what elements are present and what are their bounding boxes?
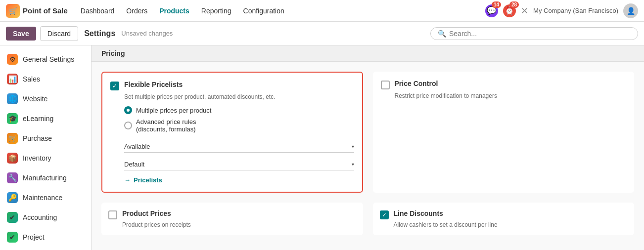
multiple-prices-radio[interactable]	[124, 106, 132, 114]
price-control-desc: Restrict price modification to managers	[395, 92, 627, 99]
main-layout: ⚙ General Settings 📊 Sales 🌐 Website 🎓 e…	[0, 45, 644, 250]
nav-dashboard[interactable]: Dashboard	[76, 4, 120, 18]
price-control-card: Price Control Restrict price modificatio…	[373, 72, 635, 193]
content-inner: Pricing ✓ Flexible Pricelists Set multip…	[92, 45, 644, 250]
top-navigation: 🛒 Point of Sale Dashboard Orders Product…	[0, 0, 644, 22]
default-dropdown[interactable]: Default ▾	[124, 159, 354, 170]
sidebar-label-elearning: eLearning	[23, 115, 53, 123]
general-settings-icon: ⚙	[7, 54, 18, 65]
available-dropdown[interactable]: Available ▾	[124, 141, 354, 153]
price-control-checkbox[interactable]	[381, 81, 390, 89]
pricing-grid: ✓ Flexible Pricelists Set multiple price…	[92, 62, 644, 198]
app-logo[interactable]: 🛒 Point of Sale	[6, 4, 68, 18]
line-discounts-title: Line Discounts	[394, 209, 443, 217]
close-icon[interactable]: ✕	[521, 5, 528, 16]
sidebar-item-inventory[interactable]: 📦 Inventory	[0, 148, 91, 168]
line-discounts-header: ✓ Line Discounts	[380, 209, 628, 219]
flexible-pricelists-title: Flexible Pricelists	[124, 81, 183, 88]
manufacturing-icon: 🔧	[7, 172, 18, 183]
price-control-header: Price Control	[381, 80, 627, 89]
flexible-pricelists-desc: Set multiple prices per product, automat…	[124, 93, 354, 100]
sidebar-item-maintenance[interactable]: 🔑 Maintenance	[0, 188, 91, 208]
pricing-options-group: Multiple prices per product Advanced pri…	[124, 106, 354, 133]
action-bar: Save Discard Settings Unsaved changes 🔍	[0, 22, 644, 45]
advanced-price-option[interactable]: Advanced price rules(discounts, formulas…	[124, 118, 354, 133]
nav-configuration[interactable]: Configuration	[238, 4, 289, 18]
available-dropdown-field: Available ▾	[124, 141, 354, 153]
sidebar-item-manufacturing[interactable]: 🔧 Manufacturing	[0, 168, 91, 188]
product-prices-card: Product Prices Product prices on receipt…	[101, 203, 363, 235]
nav-products[interactable]: Products	[154, 4, 194, 18]
sidebar-label-website: Website	[23, 95, 47, 103]
pricelists-link-label: Pricelists	[134, 176, 162, 184]
product-prices-desc: Product prices on receipts	[122, 221, 356, 228]
pricelists-arrow: →	[124, 176, 131, 184]
default-label: Default	[124, 161, 144, 168]
logo-icon: 🛒	[6, 4, 20, 18]
default-dropdown-field: Default ▾	[124, 159, 354, 170]
search-bar[interactable]: 🔍	[430, 27, 638, 40]
sidebar-label-maintenance: Maintenance	[23, 194, 62, 202]
settings-label: Settings	[84, 29, 115, 38]
discard-button[interactable]: Discard	[40, 26, 78, 41]
product-prices-checkbox[interactable]	[108, 210, 117, 219]
pricing-section-header: Pricing	[92, 45, 644, 62]
advanced-price-radio[interactable]	[124, 122, 132, 129]
maintenance-icon: 🔑	[7, 192, 18, 203]
line-discounts-checkbox[interactable]: ✓	[380, 210, 389, 219]
activity-badge: 28	[509, 1, 519, 8]
purchase-icon: 🛒	[7, 133, 18, 144]
inventory-icon: 📦	[7, 153, 18, 164]
available-label: Available	[124, 143, 150, 150]
sidebar-label-sales: Sales	[23, 75, 40, 83]
website-icon: 🌐	[7, 93, 18, 104]
content-area: Pricing ✓ Flexible Pricelists Set multip…	[92, 45, 644, 250]
sidebar-item-sales[interactable]: 📊 Sales	[0, 69, 91, 89]
nav-orders[interactable]: Orders	[121, 4, 152, 18]
available-dropdown-arrow: ▾	[352, 144, 354, 149]
sidebar-item-elearning[interactable]: 🎓 eLearning	[0, 109, 91, 128]
sidebar-label-general-settings: General Settings	[23, 55, 74, 63]
accounting-icon: ✔	[7, 212, 18, 223]
search-icon: 🔍	[438, 30, 446, 38]
bottom-options-grid: Product Prices Product prices on receipt…	[92, 198, 644, 240]
app-name: Point of Sale	[23, 6, 68, 15]
unsaved-changes-label: Unsaved changes	[121, 30, 173, 37]
flexible-pricelists-header: ✓ Flexible Pricelists	[110, 81, 354, 90]
chat-notification[interactable]: 💬 14	[485, 4, 498, 17]
chat-badge: 14	[492, 1, 501, 8]
line-discounts-desc: Allow cashiers to set a discount per lin…	[394, 221, 628, 228]
pricing-title: Pricing	[101, 49, 125, 57]
pricelists-link[interactable]: → Pricelists	[124, 176, 354, 184]
nav-reporting[interactable]: Reporting	[196, 4, 236, 18]
activity-notification[interactable]: ⏰ 28	[503, 4, 516, 17]
sidebar-item-website[interactable]: 🌐 Website	[0, 89, 91, 109]
nav-right: 💬 14 ⏰ 28 ✕ My Company (San Francisco) 👤	[485, 3, 638, 18]
sidebar-item-accounting[interactable]: ✔ Accounting	[0, 208, 91, 227]
save-button[interactable]: Save	[6, 27, 36, 41]
multiple-prices-label: Multiple prices per product	[136, 107, 211, 114]
elearning-icon: 🎓	[7, 113, 18, 124]
default-dropdown-arrow: ▾	[352, 162, 354, 167]
company-name[interactable]: My Company (San Francisco)	[533, 7, 618, 14]
sales-icon: 📊	[7, 74, 18, 84]
sidebar-item-project[interactable]: ✔ Project	[0, 227, 91, 247]
product-prices-header: Product Prices	[108, 209, 356, 219]
sidebar-item-purchase[interactable]: 🛒 Purchase	[0, 128, 91, 148]
multiple-prices-option[interactable]: Multiple prices per product	[124, 106, 354, 114]
flexible-pricelists-card: ✓ Flexible Pricelists Set multiple price…	[101, 72, 363, 193]
nav-links: Dashboard Orders Products Reporting Conf…	[76, 4, 481, 18]
sidebar-label-manufacturing: Manufacturing	[23, 174, 67, 182]
line-discounts-card: ✓ Line Discounts Allow cashiers to set a…	[373, 203, 635, 235]
user-avatar[interactable]: 👤	[623, 3, 638, 18]
sidebar-label-inventory: Inventory	[23, 154, 51, 162]
sidebar-label-accounting: Accounting	[23, 213, 57, 221]
price-control-title: Price Control	[395, 80, 438, 87]
product-prices-title: Product Prices	[122, 209, 171, 217]
advanced-price-label: Advanced price rules(discounts, formulas…	[136, 118, 196, 133]
sidebar: ⚙ General Settings 📊 Sales 🌐 Website 🎓 e…	[0, 45, 92, 250]
search-input[interactable]	[449, 30, 631, 38]
sidebar-item-general-settings[interactable]: ⚙ General Settings	[0, 49, 91, 69]
project-icon: ✔	[7, 232, 18, 243]
flexible-pricelists-checkbox[interactable]: ✓	[110, 82, 119, 90]
